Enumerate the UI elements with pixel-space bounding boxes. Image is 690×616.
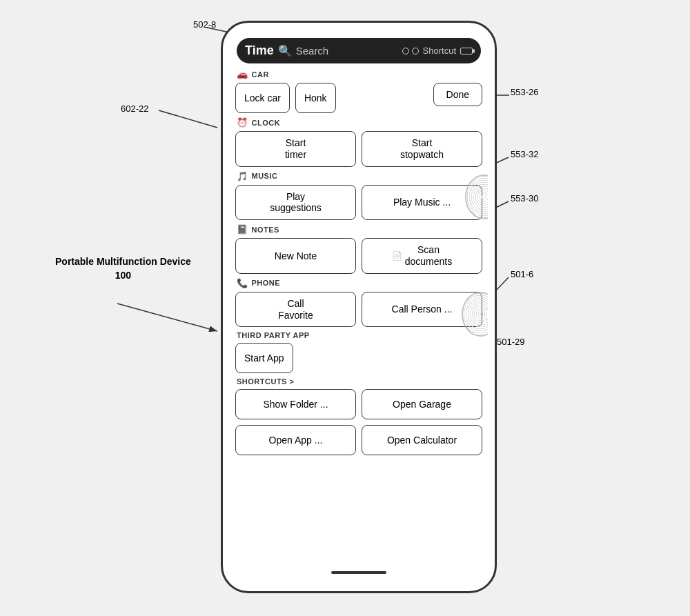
diagram-container: 502-8 602-22 Portable Multifunction Devi…	[0, 0, 690, 616]
annotation-602: 602-22	[121, 103, 148, 114]
music-buttons-row: Playsuggestions Play Music ...	[235, 185, 482, 221]
notes-buttons-row: New Note 📄 Scandocuments	[235, 238, 482, 274]
phone-label: PHONE	[252, 279, 281, 287]
annotation-553-26: 553-26	[511, 87, 538, 97]
car-buttons-row: Lock car Honk Done	[235, 83, 482, 113]
honk-button[interactable]: Honk	[295, 83, 336, 113]
annotation-502: 502-8	[193, 19, 216, 30]
open-app-button[interactable]: Open App ...	[235, 425, 356, 455]
clock-icon: ⏰	[237, 117, 248, 128]
music-section: 🎵 MUSIC Playsuggestions Play Music ...	[235, 171, 482, 221]
open-calculator-button[interactable]: Open Calculator	[362, 425, 482, 455]
dot-2	[412, 48, 419, 54]
annotation-553-30: 553-30	[511, 193, 538, 203]
start-app-button[interactable]: Start App	[235, 343, 293, 373]
shortcut-label: Shortcut	[423, 46, 456, 56]
car-section: 🚗 CAR Lock car Honk Done	[235, 69, 482, 113]
shortcuts-section-header: SHORTCUTS >	[235, 377, 482, 386]
shortcuts-row-2: Open App ... Open Calculator	[235, 425, 482, 455]
clock-buttons-row: Starttimer Startstopwatch	[235, 131, 482, 167]
play-music-button[interactable]: Play Music ...	[362, 185, 482, 221]
clock-section-header: ⏰ CLOCK	[235, 117, 482, 128]
search-bar-title: Time	[245, 43, 274, 58]
volume-down-button[interactable]	[221, 154, 223, 178]
svg-line-8	[117, 304, 217, 331]
third-party-section: THIRD PARTY APP Start App	[235, 331, 482, 373]
new-note-button[interactable]: New Note	[235, 238, 356, 274]
svg-line-5	[497, 277, 509, 290]
annotation-501-29: 501-29	[497, 337, 524, 347]
shortcuts-row-1: Show Folder ... Open Garage	[235, 389, 482, 419]
annotation-553-32: 553-32	[511, 149, 538, 159]
car-label: CAR	[252, 70, 269, 79]
lock-car-button[interactable]: Lock car	[235, 83, 290, 113]
clock-section: ⏰ CLOCK Starttimer Startstopwatch	[235, 117, 482, 167]
svg-line-1	[159, 110, 217, 128]
power-button[interactable]	[495, 133, 497, 171]
notes-icon: 📓	[237, 224, 248, 235]
open-garage-button[interactable]: Open Garage	[362, 389, 482, 419]
notes-section: 📓 NOTES New Note 📄 Scandocuments	[235, 224, 482, 274]
home-indicator[interactable]	[331, 571, 386, 574]
car-section-header: 🚗 CAR	[235, 69, 482, 79]
phone-section-header: 📞 PHONE	[235, 278, 482, 288]
third-party-buttons-row: Start App	[235, 343, 482, 373]
notes-label: NOTES	[252, 226, 279, 234]
shortcuts-section: SHORTCUTS > Show Folder ... Open Garage …	[235, 377, 482, 455]
annotation-device: Portable Multifunction Device 100	[55, 255, 191, 282]
annotation-501-6: 501-6	[511, 269, 533, 279]
done-button[interactable]: Done	[433, 83, 482, 106]
scan-documents-button[interactable]: 📄 Scandocuments	[362, 238, 482, 274]
show-folder-button[interactable]: Show Folder ...	[235, 389, 356, 419]
phone-section: 📞 PHONE CallFavorite Call Person ...	[235, 278, 482, 328]
battery-icon	[460, 48, 473, 54]
start-stopwatch-button[interactable]: Startstopwatch	[362, 131, 482, 167]
music-icon: 🎵	[237, 171, 248, 181]
clock-label: CLOCK	[252, 119, 281, 127]
third-party-section-header: THIRD PARTY APP	[235, 331, 482, 339]
third-party-label: THIRD PARTY APP	[237, 331, 310, 339]
phone-icon: 📞	[237, 278, 248, 288]
search-bar-placeholder: Search	[296, 45, 398, 57]
music-section-header: 🎵 MUSIC	[235, 171, 482, 181]
start-timer-button[interactable]: Starttimer	[235, 131, 356, 167]
phone-device: Time 🔍 Search Shortcut 🚗 CAR	[221, 21, 497, 593]
search-bar[interactable]: Time 🔍 Search Shortcut	[237, 38, 481, 63]
phone-screen: Time 🔍 Search Shortcut 🚗 CAR	[230, 30, 488, 584]
music-label: MUSIC	[252, 172, 278, 180]
shortcuts-label: SHORTCUTS >	[237, 377, 294, 386]
volume-up-button[interactable]	[221, 119, 223, 143]
play-suggestions-button[interactable]: Playsuggestions	[235, 185, 356, 221]
dot-1	[402, 48, 409, 54]
call-favorite-button[interactable]: CallFavorite	[235, 292, 356, 328]
phone-buttons-row: CallFavorite Call Person ...	[235, 292, 482, 328]
notes-section-header: 📓 NOTES	[235, 224, 482, 235]
search-icon: 🔍	[278, 44, 292, 57]
scan-icon: 📄	[392, 251, 402, 261]
scan-doc-label: Scandocuments	[405, 244, 452, 268]
search-bar-dots	[402, 48, 419, 54]
car-icon: 🚗	[237, 69, 248, 79]
content-area: 🚗 CAR Lock car Honk Done ⏰ CLOCK	[230, 69, 488, 582]
